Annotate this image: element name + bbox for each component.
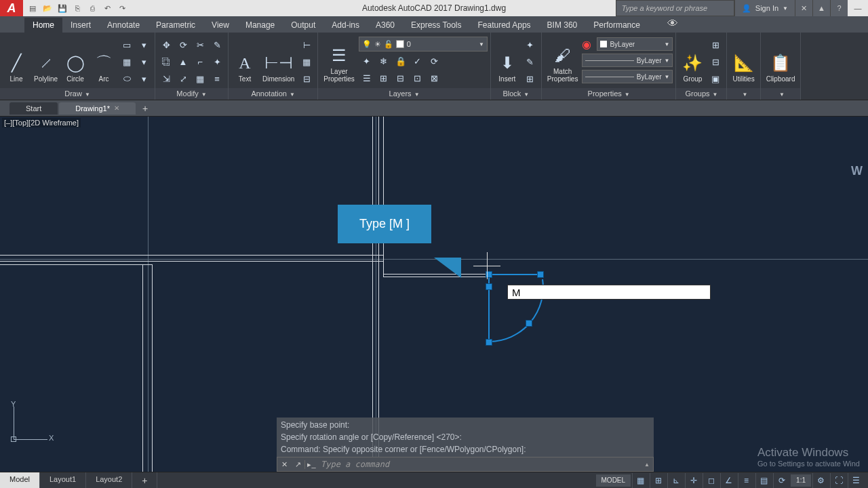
- snap-icon[interactable]: ⊞: [650, 473, 666, 488]
- layer-icon2[interactable]: ❄: [376, 53, 392, 69]
- panel-title-annotation[interactable]: Annotation▼: [229, 88, 317, 100]
- utilities-button[interactable]: 📐Utilities: [730, 34, 757, 84]
- tab-layout2[interactable]: Layout2: [86, 472, 132, 488]
- gear-icon[interactable]: ⚙: [812, 473, 829, 488]
- ribbon-tab-view[interactable]: View: [203, 18, 237, 33]
- panel-title-layers[interactable]: Layers▼: [318, 88, 490, 100]
- panel-title-clipboard[interactable]: ▼: [761, 88, 801, 100]
- customize-icon[interactable]: ☰: [848, 473, 864, 488]
- dd2-icon[interactable]: ▾: [136, 54, 152, 70]
- layer-icon8[interactable]: ⊟: [393, 70, 409, 86]
- command-input-row[interactable]: ✕ ↗ ▸_ Type a command ▲: [277, 457, 654, 472]
- saveas-icon[interactable]: ⎘: [71, 1, 84, 15]
- group-bb-icon[interactable]: ▣: [707, 70, 724, 87]
- mirror-icon[interactable]: ▲: [175, 54, 191, 70]
- ungroup-icon[interactable]: ⊞: [707, 37, 724, 53]
- save-icon[interactable]: 💾: [56, 1, 69, 15]
- leader-icon[interactable]: ⊢: [298, 37, 315, 53]
- plot-icon[interactable]: ⎙: [85, 1, 99, 15]
- status-model[interactable]: MODEL: [596, 474, 631, 487]
- tab-start[interactable]: Start: [9, 102, 58, 115]
- rotate-icon[interactable]: ⟳: [175, 37, 191, 53]
- layer-icon6[interactable]: ☰: [359, 70, 375, 86]
- layer-icon10[interactable]: ⊠: [427, 70, 443, 86]
- trim-icon[interactable]: ✂: [192, 37, 208, 53]
- lineweight-combo[interactable]: ByLayer▼: [582, 54, 673, 67]
- close-cmd-icon[interactable]: ✕: [277, 460, 291, 469]
- offset-icon[interactable]: ≡: [209, 70, 225, 87]
- match-properties-button[interactable]: 🖌Match Properties: [545, 34, 581, 84]
- panel-title-modify[interactable]: Modify▼: [155, 88, 228, 100]
- cycle-icon[interactable]: ⟳: [773, 473, 789, 488]
- dd-icon[interactable]: ▾: [136, 37, 152, 53]
- create-block-icon[interactable]: ✦: [522, 37, 538, 53]
- help-icon[interactable]: ?: [830, 0, 848, 16]
- dynamic-input[interactable]: [507, 285, 711, 300]
- new-tab-button[interactable]: +: [137, 103, 153, 114]
- undo-icon[interactable]: ↶: [100, 1, 114, 15]
- minimize-button[interactable]: —: [848, 0, 868, 16]
- layer-properties-button[interactable]: ☰Layer Properties: [321, 34, 357, 84]
- color-icon[interactable]: ◉: [582, 38, 595, 51]
- scale-icon[interactable]: ⤢: [175, 70, 191, 87]
- explode-icon[interactable]: ✦: [209, 54, 225, 70]
- help-search-input[interactable]: Type a keyword or phrase: [616, 0, 734, 16]
- table-icon[interactable]: ▦: [298, 54, 315, 70]
- text-button[interactable]: AText: [231, 34, 258, 84]
- circle-button[interactable]: ◯Circle: [62, 34, 89, 84]
- command-input[interactable]: Type a command: [318, 460, 641, 469]
- clipboard-button[interactable]: 📋Clipboard: [764, 34, 798, 84]
- layer-icon4[interactable]: ✓: [410, 53, 426, 69]
- ribbon-tab-parametric[interactable]: Parametric: [148, 18, 203, 33]
- signin-button[interactable]: 👤Sign In▼: [734, 0, 795, 16]
- add-layout-button[interactable]: +: [132, 472, 157, 488]
- color-combo[interactable]: ByLayer▼: [597, 37, 673, 51]
- exchange-icon[interactable]: ✕: [795, 0, 812, 16]
- a360-icon[interactable]: ▲: [812, 0, 830, 16]
- fillet-icon[interactable]: ⌐: [192, 54, 208, 70]
- tab-drawing1[interactable]: Drawing1*✕: [59, 102, 136, 115]
- ribbon-tab-performance[interactable]: Performance: [585, 18, 648, 33]
- group-button[interactable]: ✨Group: [679, 34, 706, 84]
- layer-icon3[interactable]: 🔒: [393, 53, 409, 69]
- ribbon-tab-add-ins[interactable]: Add-ins: [323, 18, 368, 33]
- tab-layout1[interactable]: Layout1: [40, 472, 86, 488]
- grid-icon[interactable]: ▦: [632, 473, 648, 488]
- attr-icon[interactable]: ⊞: [522, 70, 538, 87]
- layer-icon9[interactable]: ⊡: [410, 70, 426, 86]
- ribbon-tab-annotate[interactable]: Annotate: [99, 18, 148, 33]
- lwt-icon[interactable]: ≡: [738, 473, 754, 488]
- layer-combo[interactable]: 💡☀🔓 0 ▼: [359, 37, 488, 52]
- polyline-button[interactable]: ⟋Polyline: [31, 34, 60, 84]
- dimension-button[interactable]: ⊢⊣Dimension: [260, 34, 297, 84]
- transp-icon[interactable]: ▤: [755, 473, 772, 488]
- recent-cmd-icon[interactable]: ↗: [291, 460, 304, 469]
- osnap-icon[interactable]: ◻: [703, 473, 719, 488]
- ribbon-tab-manage[interactable]: Manage: [237, 18, 283, 33]
- ribbon-tab-home[interactable]: Home: [24, 18, 62, 33]
- panel-title-groups[interactable]: Groups▼: [676, 88, 726, 100]
- array-icon[interactable]: ▦: [192, 70, 208, 87]
- close-icon[interactable]: ✕: [114, 104, 119, 112]
- mtext-icon[interactable]: ⊟: [298, 70, 315, 87]
- rect-icon[interactable]: ▭: [119, 37, 135, 53]
- panel-title-block[interactable]: Block▼: [491, 88, 541, 100]
- anno-scale[interactable]: 1:1: [791, 474, 811, 487]
- linetype-combo[interactable]: ByLayer▼: [582, 70, 673, 83]
- redo-icon[interactable]: ↷: [115, 1, 129, 15]
- app-logo[interactable]: A: [0, 0, 23, 16]
- otrack-icon[interactable]: ∠: [720, 473, 736, 488]
- ribbon-tab-a360[interactable]: A360: [368, 18, 403, 33]
- ortho-icon[interactable]: ⊾: [667, 473, 684, 488]
- panel-title-properties[interactable]: Properties▼: [542, 88, 676, 100]
- open-icon[interactable]: 📂: [41, 1, 54, 15]
- polar-icon[interactable]: ✛: [685, 473, 701, 488]
- view-controls[interactable]: [–][Top][2D Wireframe]: [2, 118, 81, 127]
- edit-block-icon[interactable]: ✎: [522, 54, 538, 70]
- arc-button[interactable]: ⌒Arc: [90, 34, 117, 84]
- insert-button[interactable]: ⬇Insert: [494, 34, 521, 84]
- fullscreen-icon[interactable]: ⛶: [830, 473, 846, 488]
- layer-icon1[interactable]: ✦: [359, 53, 375, 69]
- new-icon[interactable]: ▤: [26, 1, 39, 15]
- dd3-icon[interactable]: ▾: [136, 70, 152, 87]
